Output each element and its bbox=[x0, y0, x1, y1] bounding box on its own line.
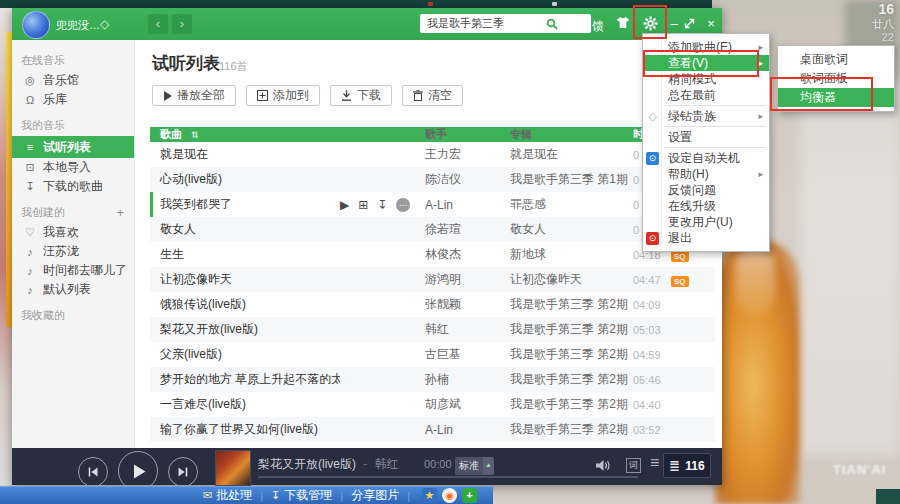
avatar[interactable] bbox=[22, 11, 50, 39]
clear-button[interactable]: 清空 bbox=[402, 85, 463, 106]
cell-song-title: 饿狼传说(live版) bbox=[150, 296, 340, 313]
taskbar-item[interactable]: 分享图片 bbox=[351, 487, 399, 504]
sidebar-item[interactable]: ≡ 试听列表 bbox=[12, 136, 134, 158]
sidebar-item[interactable]: ♪ 汪苏泷 bbox=[12, 242, 134, 261]
quality-selector[interactable]: 标准 ▲ bbox=[455, 457, 494, 475]
playlist-icon: ≡ bbox=[22, 141, 38, 153]
table-row[interactable]: 梦开始的地方 草原上升起不落的太阳(live版) 孙楠 我是歌手第三季 第2期 … bbox=[150, 367, 715, 392]
search-input[interactable] bbox=[420, 14, 591, 33]
sidebar-item-label: 乐库 bbox=[43, 91, 67, 108]
cell-album: 就是现在 bbox=[510, 146, 633, 163]
submenu-item[interactable]: 桌面歌词 bbox=[778, 50, 894, 69]
taskbar-item[interactable]: ✉ 批处理 bbox=[203, 487, 252, 504]
sidebar-item[interactable]: ♡ 我喜欢 bbox=[12, 223, 134, 242]
menu-item[interactable]: 在线升级 bbox=[643, 198, 769, 214]
cell-album: 我是歌手第三季 第1期 bbox=[510, 171, 633, 188]
table-row[interactable]: 输了你赢了世界又如何(live版) A-Lin 我是歌手第三季 第2期 03:5… bbox=[150, 417, 715, 442]
table-row[interactable]: 一言难尽(live版) 胡彦斌 我是歌手第三季 第2期 04:40 bbox=[150, 392, 715, 417]
minimize-button[interactable]: – bbox=[666, 17, 682, 31]
sidebar-item-label: 我喜欢 bbox=[43, 224, 79, 241]
album-art[interactable] bbox=[215, 450, 251, 486]
browser-tab-speck bbox=[428, 2, 433, 6]
sidebar-item[interactable]: ♪ 默认列表 bbox=[12, 280, 134, 299]
sort-icon[interactable]: ⇅ bbox=[191, 130, 199, 140]
taskbar-item-label: 分享图片 bbox=[351, 487, 399, 504]
header-song[interactable]: 歌曲 ⇅ bbox=[150, 127, 340, 142]
menu-item-label: 精简模式 bbox=[668, 71, 716, 88]
row-add-icon[interactable]: ⊞ bbox=[358, 198, 368, 212]
menu-item[interactable]: ⊙ 设定自动关机 bbox=[643, 150, 769, 166]
add-green-icon[interactable]: + bbox=[462, 488, 477, 503]
cell-album: 让初恋像昨天 bbox=[510, 271, 633, 288]
sidebar-item[interactable]: ♪ 时间都去哪儿了 bbox=[12, 261, 134, 280]
row-more-icon[interactable]: … bbox=[396, 198, 410, 212]
skin-shirt-icon[interactable] bbox=[616, 16, 630, 29]
table-row[interactable]: 父亲(live版) 古巨基 我是歌手第三季 第2期 04:59 bbox=[150, 342, 715, 367]
playlist-button[interactable]: ≣ 116 bbox=[663, 453, 711, 478]
row-play-icon[interactable]: ▶ bbox=[340, 198, 349, 212]
playlist-icon: ≣ bbox=[669, 458, 680, 473]
sidebar-section-label: 在线音乐 bbox=[21, 53, 65, 68]
progress-bar[interactable] bbox=[258, 476, 638, 478]
cell-song-title: 父亲(live版) bbox=[150, 346, 340, 363]
nav-forward-button[interactable]: › bbox=[172, 14, 192, 34]
sidebar-item[interactable]: ⊡ 本地导入 bbox=[12, 158, 134, 177]
play-mode-icon[interactable]: ≡ bbox=[650, 454, 659, 472]
submenu-arrow-icon: ▸ bbox=[758, 42, 763, 52]
sidebar-item[interactable]: Ω 乐库 bbox=[12, 90, 134, 109]
restore-button[interactable] bbox=[684, 18, 700, 29]
now-playing-artist: 韩红 bbox=[375, 457, 399, 471]
background-browser-strip bbox=[0, 0, 712, 8]
username[interactable]: 兜兜没… bbox=[56, 18, 100, 33]
sidebar-section-label: 我的音乐 bbox=[21, 118, 65, 133]
previous-track-button[interactable] bbox=[78, 457, 108, 487]
table-row[interactable]: 让初恋像昨天 游鸿明 让初恋像昨天 04:47 SQ bbox=[150, 267, 715, 292]
table-row[interactable]: 就是现在 王力宏 就是现在 0 bbox=[150, 142, 715, 167]
search-icon[interactable] bbox=[546, 18, 558, 30]
menu-item[interactable]: 帮助(H) ▸ bbox=[643, 166, 769, 182]
submenu-item[interactable]: 均衡器 bbox=[778, 88, 894, 107]
nav-back-button[interactable]: ‹ bbox=[148, 14, 168, 34]
row-download-icon[interactable]: ↧ bbox=[377, 198, 387, 212]
add-playlist-button[interactable]: + bbox=[116, 205, 124, 220]
weibo-icon[interactable]: ◉ bbox=[442, 488, 457, 503]
table-row[interactable]: 饿狼传说(live版) 张靓颖 我是歌手第三季 第2期 04:09 bbox=[150, 292, 715, 317]
add-to-button[interactable]: 添加到 bbox=[246, 85, 320, 106]
next-track-button[interactable] bbox=[168, 457, 198, 487]
settings-gear-icon[interactable] bbox=[643, 16, 658, 31]
qzone-star-icon[interactable]: ★ bbox=[422, 488, 437, 503]
play-icon bbox=[163, 91, 172, 101]
table-row[interactable]: 生生 林俊杰 新地球 04:18 SQ bbox=[150, 242, 715, 267]
menu-item[interactable]: 精简模式 bbox=[643, 71, 769, 87]
sidebar: 在线音乐 ◎ 音乐馆 Ω 乐库 我的音乐 bbox=[12, 40, 135, 448]
sidebar-item[interactable]: ◎ 音乐馆 bbox=[12, 71, 134, 90]
feedback-link[interactable]: 反馈 bbox=[580, 18, 604, 35]
lyrics-toggle-icon[interactable]: 词 bbox=[626, 458, 641, 473]
now-playing-song: 梨花又开放(live版) bbox=[258, 457, 356, 471]
sidebar-section-label: 我收藏的 bbox=[21, 308, 65, 323]
sidebar-section-header: 在线音乐 bbox=[12, 44, 134, 71]
taskbar-item[interactable]: ↧ 下载管理 bbox=[271, 487, 332, 504]
cell-duration: 03:52 bbox=[633, 424, 657, 436]
table-row[interactable]: 梨花又开放(live版) 韩红 我是歌手第三季 第2期 05:03 bbox=[150, 317, 715, 342]
close-button[interactable]: × bbox=[703, 17, 719, 31]
menu-item-label: 帮助(H) bbox=[668, 166, 709, 183]
menu-item[interactable]: ⊙ 退出 bbox=[643, 230, 769, 246]
play-all-button[interactable]: 播放全部 bbox=[152, 85, 236, 106]
submenu-item[interactable]: 歌词面板 bbox=[778, 69, 894, 88]
menu-item[interactable]: 设置 bbox=[643, 129, 769, 145]
download-button[interactable]: 下载 bbox=[330, 85, 392, 106]
play-button[interactable] bbox=[118, 451, 158, 491]
menu-item[interactable]: 添加歌曲(E) ▸ bbox=[643, 39, 769, 55]
table-row[interactable]: 敬女人 徐若瑄 敬女人 0 bbox=[150, 217, 715, 242]
menu-item[interactable]: 查看(V) ▸ bbox=[643, 55, 769, 71]
table-row[interactable]: 心动(live版) 陈洁仪 我是歌手第三季 第1期 0 bbox=[150, 167, 715, 192]
volume-icon[interactable] bbox=[596, 459, 611, 472]
menu-item[interactable]: ◇ 绿钻贵族 ▸ bbox=[643, 108, 769, 124]
menu-item[interactable]: 更改用户(U) bbox=[643, 214, 769, 230]
sidebar-item[interactable]: ↧ 下载的歌曲 bbox=[12, 177, 134, 196]
menu-item[interactable]: 反馈问题 bbox=[643, 182, 769, 198]
view-submenu: 桌面歌词 歌词面板 均衡器 bbox=[777, 45, 895, 112]
table-row[interactable]: 我笑到都哭了 ▶ ⊞ ↧ … A-Lin 罪恶感 0 bbox=[150, 192, 715, 217]
menu-item[interactable]: 总在最前 bbox=[643, 87, 769, 103]
